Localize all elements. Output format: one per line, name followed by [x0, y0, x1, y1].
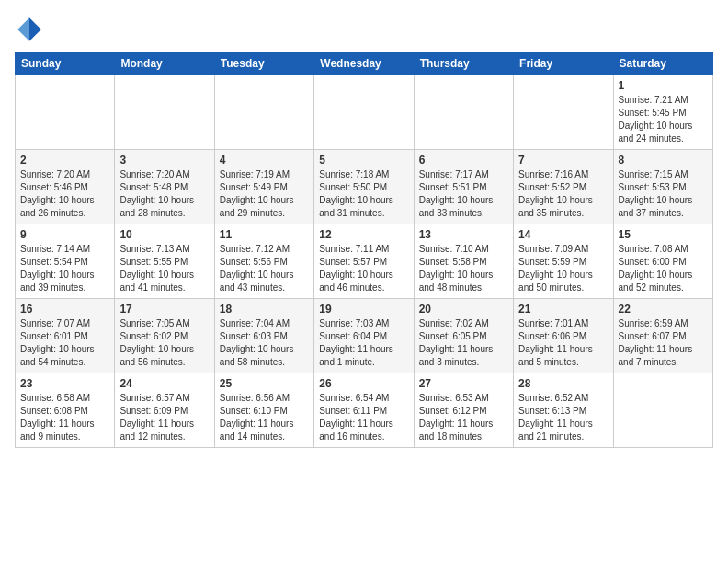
day-info: Sunrise: 7:20 AM Sunset: 5:48 PM Dayligh… — [119, 168, 209, 220]
day-info: Sunrise: 7:07 AM Sunset: 6:01 PM Dayligh… — [20, 317, 109, 369]
calendar-day-cell: 1Sunrise: 7:21 AM Sunset: 5:45 PM Daylig… — [613, 75, 712, 150]
calendar-day-cell: 24Sunrise: 6:57 AM Sunset: 6:09 PM Dayli… — [115, 373, 214, 448]
weekday-header-thursday: Thursday — [414, 52, 513, 75]
calendar-day-cell: 8Sunrise: 7:15 AM Sunset: 5:53 PM Daylig… — [613, 150, 712, 224]
day-number: 19 — [319, 303, 408, 316]
calendar-day-cell: 7Sunrise: 7:16 AM Sunset: 5:52 PM Daylig… — [514, 150, 613, 224]
calendar-day-cell — [514, 75, 613, 150]
day-number: 22 — [619, 303, 708, 316]
calendar-day-cell: 3Sunrise: 7:20 AM Sunset: 5:48 PM Daylig… — [115, 150, 214, 224]
day-info: Sunrise: 7:19 AM Sunset: 5:49 PM Dayligh… — [220, 168, 309, 220]
calendar-day-cell: 19Sunrise: 7:03 AM Sunset: 6:04 PM Dayli… — [314, 299, 414, 373]
day-number: 24 — [119, 377, 209, 390]
day-info: Sunrise: 6:56 AM Sunset: 6:10 PM Dayligh… — [220, 392, 309, 443]
calendar-day-cell: 17Sunrise: 7:05 AM Sunset: 6:02 PM Dayli… — [115, 299, 214, 373]
weekday-header-row: SundayMondayTuesdayWednesdayThursdayFrid… — [16, 52, 713, 75]
calendar-day-cell — [613, 373, 712, 448]
day-number: 11 — [220, 228, 309, 241]
day-number: 15 — [619, 228, 708, 241]
day-info: Sunrise: 6:52 AM Sunset: 6:13 PM Dayligh… — [518, 392, 608, 443]
day-number: 8 — [619, 154, 708, 167]
day-info: Sunrise: 6:59 AM Sunset: 6:07 PM Dayligh… — [619, 317, 708, 369]
day-info: Sunrise: 7:10 AM Sunset: 5:58 PM Dayligh… — [419, 243, 508, 294]
calendar-day-cell — [115, 75, 214, 150]
calendar-day-cell: 16Sunrise: 7:07 AM Sunset: 6:01 PM Dayli… — [16, 299, 115, 373]
day-number: 13 — [419, 228, 508, 241]
day-info: Sunrise: 7:21 AM Sunset: 5:45 PM Dayligh… — [619, 94, 708, 145]
day-info: Sunrise: 7:05 AM Sunset: 6:02 PM Dayligh… — [119, 317, 209, 369]
day-number: 14 — [518, 228, 608, 241]
day-info: Sunrise: 6:54 AM Sunset: 6:11 PM Dayligh… — [319, 392, 408, 443]
day-number: 25 — [220, 377, 309, 390]
weekday-header-sunday: Sunday — [16, 52, 115, 75]
svg-marker-1 — [17, 17, 29, 41]
calendar-week-row: 1Sunrise: 7:21 AM Sunset: 5:45 PM Daylig… — [16, 75, 713, 150]
calendar-day-cell: 23Sunrise: 6:58 AM Sunset: 6:08 PM Dayli… — [16, 373, 115, 448]
calendar-day-cell — [16, 75, 115, 150]
weekday-header-saturday: Saturday — [613, 52, 712, 75]
calendar-table: SundayMondayTuesdayWednesdayThursdayFrid… — [15, 52, 713, 448]
day-info: Sunrise: 6:57 AM Sunset: 6:09 PM Dayligh… — [119, 392, 209, 443]
day-number: 7 — [518, 154, 608, 167]
day-number: 10 — [119, 228, 209, 241]
day-info: Sunrise: 7:09 AM Sunset: 5:59 PM Dayligh… — [518, 243, 608, 294]
calendar-day-cell — [214, 75, 313, 150]
day-info: Sunrise: 7:14 AM Sunset: 5:54 PM Dayligh… — [20, 243, 109, 294]
calendar-day-cell: 11Sunrise: 7:12 AM Sunset: 5:56 PM Dayli… — [214, 224, 313, 299]
svg-marker-0 — [29, 17, 41, 41]
day-number: 17 — [119, 303, 209, 316]
calendar-day-cell: 18Sunrise: 7:04 AM Sunset: 6:03 PM Dayli… — [214, 299, 313, 373]
day-number: 6 — [419, 154, 508, 167]
calendar-week-row: 23Sunrise: 6:58 AM Sunset: 6:08 PM Dayli… — [16, 373, 713, 448]
calendar-week-row: 16Sunrise: 7:07 AM Sunset: 6:01 PM Dayli… — [16, 299, 713, 373]
weekday-header-monday: Monday — [115, 52, 214, 75]
calendar-week-row: 9Sunrise: 7:14 AM Sunset: 5:54 PM Daylig… — [16, 224, 713, 299]
calendar-day-cell: 4Sunrise: 7:19 AM Sunset: 5:49 PM Daylig… — [214, 150, 313, 224]
day-info: Sunrise: 6:53 AM Sunset: 6:12 PM Dayligh… — [419, 392, 508, 443]
page-header — [15, 15, 713, 44]
calendar-day-cell: 2Sunrise: 7:20 AM Sunset: 5:46 PM Daylig… — [16, 150, 115, 224]
day-info: Sunrise: 7:04 AM Sunset: 6:03 PM Dayligh… — [220, 317, 309, 369]
day-info: Sunrise: 7:11 AM Sunset: 5:57 PM Dayligh… — [319, 243, 408, 294]
calendar-day-cell: 25Sunrise: 6:56 AM Sunset: 6:10 PM Dayli… — [214, 373, 313, 448]
day-info: Sunrise: 7:15 AM Sunset: 5:53 PM Dayligh… — [619, 168, 708, 220]
calendar-day-cell: 28Sunrise: 6:52 AM Sunset: 6:13 PM Dayli… — [514, 373, 613, 448]
day-number: 27 — [419, 377, 508, 390]
logo — [15, 15, 48, 44]
day-number: 26 — [319, 377, 408, 390]
weekday-header-friday: Friday — [514, 52, 613, 75]
day-number: 20 — [419, 303, 508, 316]
day-number: 2 — [20, 154, 109, 167]
calendar-day-cell: 5Sunrise: 7:18 AM Sunset: 5:50 PM Daylig… — [314, 150, 414, 224]
calendar-day-cell: 15Sunrise: 7:08 AM Sunset: 6:00 PM Dayli… — [613, 224, 712, 299]
day-info: Sunrise: 7:20 AM Sunset: 5:46 PM Dayligh… — [20, 168, 109, 220]
weekday-header-tuesday: Tuesday — [214, 52, 313, 75]
day-number: 5 — [319, 154, 408, 167]
calendar-day-cell: 26Sunrise: 6:54 AM Sunset: 6:11 PM Dayli… — [314, 373, 414, 448]
calendar-week-row: 2Sunrise: 7:20 AM Sunset: 5:46 PM Daylig… — [16, 150, 713, 224]
logo-icon — [15, 15, 44, 44]
day-number: 28 — [518, 377, 608, 390]
day-number: 23 — [20, 377, 109, 390]
day-info: Sunrise: 7:01 AM Sunset: 6:06 PM Dayligh… — [518, 317, 608, 369]
day-number: 9 — [20, 228, 109, 241]
calendar-day-cell — [314, 75, 414, 150]
day-info: Sunrise: 7:03 AM Sunset: 6:04 PM Dayligh… — [319, 317, 408, 369]
calendar-day-cell: 21Sunrise: 7:01 AM Sunset: 6:06 PM Dayli… — [514, 299, 613, 373]
calendar-day-cell — [414, 75, 513, 150]
calendar-day-cell: 27Sunrise: 6:53 AM Sunset: 6:12 PM Dayli… — [414, 373, 513, 448]
calendar-day-cell: 20Sunrise: 7:02 AM Sunset: 6:05 PM Dayli… — [414, 299, 513, 373]
day-info: Sunrise: 7:02 AM Sunset: 6:05 PM Dayligh… — [419, 317, 508, 369]
calendar-day-cell: 6Sunrise: 7:17 AM Sunset: 5:51 PM Daylig… — [414, 150, 513, 224]
day-number: 16 — [20, 303, 109, 316]
day-number: 4 — [220, 154, 309, 167]
calendar-day-cell: 12Sunrise: 7:11 AM Sunset: 5:57 PM Dayli… — [314, 224, 414, 299]
day-info: Sunrise: 7:13 AM Sunset: 5:55 PM Dayligh… — [119, 243, 209, 294]
day-number: 1 — [619, 79, 708, 92]
day-info: Sunrise: 7:12 AM Sunset: 5:56 PM Dayligh… — [220, 243, 309, 294]
calendar-day-cell: 13Sunrise: 7:10 AM Sunset: 5:58 PM Dayli… — [414, 224, 513, 299]
day-info: Sunrise: 6:58 AM Sunset: 6:08 PM Dayligh… — [20, 392, 109, 443]
day-info: Sunrise: 7:08 AM Sunset: 6:00 PM Dayligh… — [619, 243, 708, 294]
weekday-header-wednesday: Wednesday — [314, 52, 414, 75]
day-number: 18 — [220, 303, 309, 316]
